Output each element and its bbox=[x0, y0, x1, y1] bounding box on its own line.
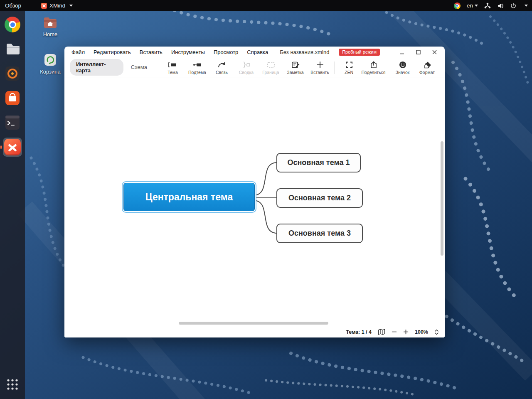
desktop-icon-label: Home bbox=[43, 31, 58, 37]
dock-item-ubuntu-software[interactable] bbox=[3, 89, 22, 108]
menu-insert[interactable]: Вставить bbox=[140, 49, 163, 55]
relationship-icon bbox=[217, 61, 227, 69]
smiley-icon bbox=[398, 61, 408, 69]
up-down-chevrons-icon bbox=[434, 329, 439, 335]
share-icon bbox=[369, 61, 379, 69]
app-menu-label: XMind bbox=[49, 2, 65, 9]
topic-counter: Тема: 1 / 4 bbox=[346, 329, 372, 335]
relationship-button[interactable]: Связь bbox=[209, 60, 234, 75]
files-icon bbox=[5, 41, 20, 57]
trash-icon bbox=[43, 53, 58, 66]
document-title: Без названия.xmind bbox=[280, 49, 329, 55]
chrome-icon bbox=[5, 17, 20, 32]
language-indicator[interactable]: en bbox=[467, 2, 478, 9]
desktop: Обзор XMind en bbox=[0, 0, 532, 399]
topic-button[interactable]: Тема bbox=[160, 60, 185, 75]
note-icon bbox=[291, 61, 300, 69]
dock-item-files[interactable] bbox=[3, 39, 22, 59]
menu-view[interactable]: Просмотр bbox=[214, 49, 238, 55]
vertical-scrollbar[interactable] bbox=[441, 141, 443, 256]
minimize-button[interactable] bbox=[399, 49, 405, 55]
zen-mode-button[interactable]: ZEN bbox=[337, 60, 361, 75]
zoom-level: 100% bbox=[415, 329, 428, 335]
menu-edit[interactable]: Редактировать bbox=[94, 49, 131, 55]
map-icon bbox=[378, 329, 385, 335]
network-icon[interactable] bbox=[484, 2, 491, 9]
maximize-button[interactable] bbox=[416, 49, 421, 55]
desktop-icon-trash[interactable]: Корзина bbox=[37, 53, 64, 75]
subtopic-button[interactable]: Подтема bbox=[185, 60, 209, 75]
plus-icon bbox=[315, 61, 325, 69]
mindmap-canvas[interactable]: Центральная тема Основная тема 1 Основна… bbox=[68, 77, 439, 323]
tab-outline[interactable]: Схема bbox=[127, 62, 151, 72]
subtopic-icon bbox=[192, 61, 202, 69]
home-folder-icon bbox=[43, 16, 58, 29]
insert-button[interactable]: Вставить bbox=[308, 60, 332, 75]
horizontal-scrollbar[interactable] bbox=[179, 322, 328, 325]
central-topic[interactable]: Центральная тема bbox=[123, 183, 255, 211]
volume-icon[interactable] bbox=[497, 2, 504, 9]
chevron-down-icon bbox=[69, 5, 73, 7]
xmind-mini-icon bbox=[41, 3, 47, 9]
topic-icon bbox=[168, 61, 178, 69]
menu-tools[interactable]: Инструменты bbox=[171, 49, 205, 55]
app-menu-button[interactable]: XMind bbox=[41, 2, 73, 9]
trial-mode-badge[interactable]: Пробный режим bbox=[339, 49, 380, 56]
dock-item-chrome[interactable] bbox=[3, 15, 22, 34]
format-brush-icon bbox=[422, 61, 432, 69]
main-topic-3[interactable]: Основная тема 3 bbox=[276, 224, 363, 243]
menu-file[interactable]: Файл bbox=[71, 49, 85, 55]
ubuntu-software-icon bbox=[5, 90, 20, 106]
topic-label: Основная тема 3 bbox=[288, 229, 351, 238]
power-icon[interactable] bbox=[510, 2, 517, 9]
terminal-icon bbox=[5, 115, 20, 131]
summary-icon bbox=[241, 61, 251, 69]
main-topic-1[interactable]: Основная тема 1 bbox=[276, 153, 361, 172]
zoom-stepper[interactable] bbox=[434, 329, 439, 335]
desktop-icon-label: Корзина bbox=[40, 69, 61, 75]
tab-mindmap[interactable]: Интеллект-карта bbox=[70, 59, 123, 76]
activities-button[interactable]: Обзор bbox=[5, 2, 21, 9]
window-menubar: Файл Редактировать Вставить Инструменты … bbox=[64, 47, 445, 57]
summary-button[interactable]: Сводка bbox=[234, 60, 259, 75]
zoom-out-button[interactable] bbox=[392, 329, 397, 335]
apps-grid-icon bbox=[6, 378, 19, 391]
desktop-icon-home[interactable]: Home bbox=[37, 16, 64, 37]
main-toolbar: Интеллект-карта Схема Тема bbox=[64, 57, 445, 77]
map-overview-button[interactable] bbox=[378, 329, 385, 335]
statusbar: Тема: 1 / 4 100% bbox=[64, 326, 445, 337]
chevron-down-icon bbox=[475, 5, 478, 7]
topic-label: Основная тема 1 bbox=[287, 158, 350, 167]
media-player-icon bbox=[5, 66, 20, 81]
note-button[interactable]: Заметка bbox=[283, 60, 308, 75]
minus-icon bbox=[392, 329, 397, 335]
central-topic-label: Центральная тема bbox=[145, 192, 233, 203]
system-top-bar: Обзор XMind en bbox=[0, 0, 532, 11]
toolbar-divider bbox=[334, 62, 335, 74]
main-topic-2[interactable]: Основная тема 2 bbox=[276, 188, 363, 208]
chrome-status-icon[interactable] bbox=[454, 2, 461, 9]
topic-label: Основная тема 2 bbox=[288, 194, 351, 202]
chevron-down-icon[interactable] bbox=[525, 5, 528, 7]
toolbar-divider bbox=[388, 62, 388, 74]
boundary-icon bbox=[266, 61, 276, 69]
show-applications-button[interactable] bbox=[3, 375, 22, 394]
xmind-window: Файл Редактировать Вставить Инструменты … bbox=[64, 47, 445, 337]
zen-icon bbox=[344, 61, 354, 69]
dock-item-media-player[interactable] bbox=[3, 64, 22, 83]
zoom-in-button[interactable] bbox=[403, 329, 409, 335]
dock bbox=[0, 11, 25, 399]
share-button[interactable]: Поделиться bbox=[361, 60, 386, 75]
dock-item-xmind[interactable] bbox=[3, 138, 22, 157]
xmind-icon bbox=[4, 139, 21, 155]
boundary-button[interactable]: Граница bbox=[259, 60, 283, 75]
format-button[interactable]: Формат bbox=[415, 60, 439, 75]
dock-item-terminal[interactable] bbox=[3, 113, 22, 132]
plus-icon bbox=[403, 329, 409, 335]
marker-button[interactable]: Значок bbox=[390, 60, 415, 75]
close-button[interactable] bbox=[432, 49, 437, 55]
language-label: en bbox=[467, 2, 473, 9]
menu-help[interactable]: Справка bbox=[247, 49, 268, 55]
